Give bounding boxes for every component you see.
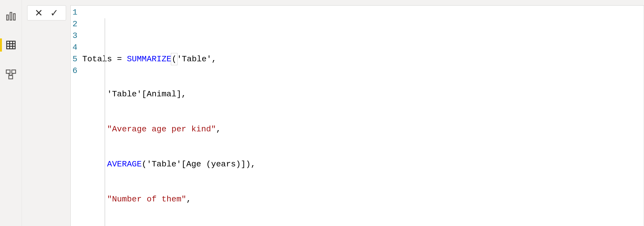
- code-line: AVERAGE('Table'[Age (years)]),: [82, 158, 642, 170]
- line-number: 4: [72, 42, 78, 53]
- code-line: "Average age per kind",: [82, 123, 642, 135]
- commit-button[interactable]: ✓: [50, 8, 58, 18]
- view-switcher: [0, 0, 22, 226]
- svg-rect-1: [10, 13, 12, 20]
- code-line: 'Table'[Animal],: [82, 88, 642, 100]
- bar-chart-icon: [6, 11, 16, 21]
- code-line: Totals = SUMMARIZE('Table',: [82, 53, 642, 65]
- table-icon: [6, 40, 16, 50]
- line-number: 3: [72, 30, 78, 42]
- svg-rect-9: [12, 70, 16, 73]
- line-number-gutter: 1 2 3 4 5 6: [71, 6, 80, 226]
- svg-rect-0: [6, 15, 8, 20]
- line-number: 2: [72, 18, 78, 30]
- formula-bar-row: ✕ ✓ 1 2 3 4 5 6 Totals = SUMMARIZE('Tabl…: [22, 0, 644, 226]
- svg-rect-10: [9, 75, 12, 79]
- line-number: 6: [72, 65, 78, 77]
- cancel-button[interactable]: ✕: [35, 8, 43, 18]
- formula-confirm-box: ✕ ✓: [27, 5, 66, 21]
- data-view-button[interactable]: [0, 37, 22, 54]
- model-view-button[interactable]: [0, 66, 22, 83]
- report-view-button[interactable]: [0, 7, 22, 24]
- main-area: ✕ ✓ 1 2 3 4 5 6 Totals = SUMMARIZE('Tabl…: [22, 0, 644, 226]
- code-line: "Number of them",: [82, 193, 642, 205]
- code-area[interactable]: Totals = SUMMARIZE('Table', 'Table'[Anim…: [80, 6, 644, 226]
- model-icon: [6, 69, 16, 79]
- svg-rect-3: [6, 41, 15, 49]
- line-number: 5: [72, 53, 78, 65]
- line-number: 1: [72, 7, 78, 18]
- dax-editor[interactable]: 1 2 3 4 5 6 Totals = SUMMARIZE('Table', …: [70, 5, 644, 226]
- svg-rect-8: [6, 70, 10, 73]
- indent-guide: [104, 18, 105, 226]
- svg-rect-2: [13, 14, 15, 20]
